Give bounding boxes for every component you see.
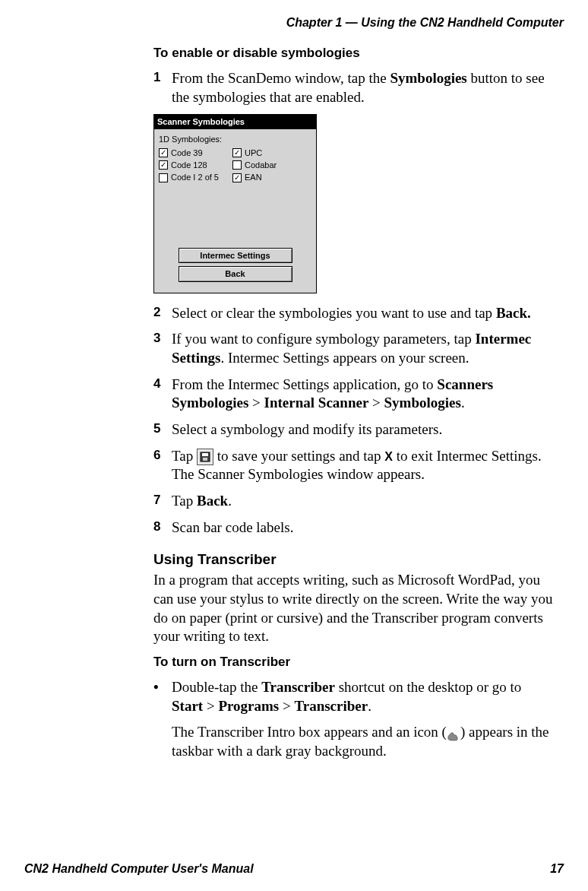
step-number: 6 [153, 447, 172, 484]
bold-back: Back. [496, 305, 531, 321]
step-number: 8 [153, 518, 172, 537]
text: Double-tap the [172, 679, 261, 695]
text: From the Intermec Settings application, … [172, 376, 437, 392]
svg-rect-2 [203, 458, 207, 461]
footer-title: CN2 Handheld Computer User's Manual [24, 861, 254, 877]
followup-paragraph: The Transcriber Intro box appears and an… [172, 723, 556, 760]
step-3: 3 If you want to configure symbology par… [153, 330, 556, 367]
step-8: 8 Scan bar code labels. [153, 518, 556, 537]
save-icon [197, 449, 213, 465]
text: to save your settings and tap [213, 448, 384, 464]
bold: Internal Scanner [264, 395, 369, 411]
step-number: 5 [153, 420, 172, 439]
text: > [248, 395, 264, 411]
checkbox-label: Code I 2 of 5 [171, 172, 219, 182]
text: The Transcriber Intro box appears and an… [172, 724, 447, 740]
bold: Start [172, 698, 203, 714]
checkbox-label: Code 39 [171, 147, 203, 158]
section-label: 1D Symbologies: [159, 134, 311, 144]
content-area: To enable or disable symbologies 1 From … [153, 45, 556, 761]
checkbox-code-128[interactable]: ✓Code 128 [159, 160, 219, 170]
text: . [228, 493, 232, 509]
step-body: Scan bar code labels. [172, 518, 556, 537]
checkbox-code-39[interactable]: ✓Code 39 [159, 147, 219, 158]
text: If you want to configure symbology param… [172, 331, 475, 347]
heading-enable-symbologies: To enable or disable symbologies [153, 45, 556, 62]
step-4: 4 From the Intermec Settings application… [153, 376, 556, 413]
bold: Symbologies [384, 395, 461, 411]
bullet-mark: • [153, 678, 172, 715]
bold-back: Back [197, 493, 228, 509]
step-1: 1 From the ScanDemo window, tap the Symb… [153, 69, 556, 106]
step-body: From the ScanDemo window, tap the Symbol… [172, 69, 556, 106]
text: Select or clear the symbologies you want… [172, 305, 496, 321]
step-2: 2 Select or clear the symbologies you wa… [153, 304, 556, 323]
step-body: Select or clear the symbologies you want… [172, 304, 556, 323]
svg-rect-1 [202, 453, 208, 456]
step-number: 1 [153, 69, 172, 106]
checkbox-codabar[interactable]: Codabar [232, 160, 277, 170]
running-head: Chapter 1 — Using the CN2 Handheld Compu… [24, 15, 564, 31]
bold: Transcriber [294, 698, 368, 714]
step-number: 3 [153, 330, 172, 367]
close-x-icon: X [384, 450, 393, 463]
checkbox-code-i2of5[interactable]: Code I 2 of 5 [159, 172, 219, 182]
step-number: 7 [153, 492, 172, 511]
text: Tap [172, 448, 197, 464]
checkbox-ean[interactable]: ✓EAN [232, 172, 277, 182]
step-body: Tap Back. [172, 492, 556, 511]
transcriber-hand-icon [447, 728, 460, 739]
step-number: 4 [153, 376, 172, 413]
screenshot-scanner-symbologies: Scanner Symbologies 1D Symbologies: ✓Cod… [153, 114, 317, 293]
bullet-item: • Double-tap the Transcriber shortcut on… [153, 678, 556, 715]
back-button[interactable]: Back [179, 266, 292, 281]
bold-symbologies: Symbologies [390, 70, 466, 86]
step-5: 5 Select a symbology and modify its para… [153, 420, 556, 439]
text: Tap [172, 493, 197, 509]
text: > [368, 395, 384, 411]
checkbox-label: UPC [245, 147, 262, 158]
text: . Intermec Settings appears on your scre… [220, 350, 469, 366]
text: shortcut on the desktop or go to [335, 679, 521, 695]
step-body: Tap to save your settings and tap X to e… [172, 447, 556, 484]
text: > [203, 698, 218, 714]
text: . [461, 395, 465, 411]
paragraph: In a program that accepts writing, such … [153, 571, 556, 646]
page-number: 17 [550, 861, 564, 877]
text: > [279, 698, 294, 714]
window-title: Scanner Symbologies [154, 115, 316, 128]
page-footer: CN2 Handheld Computer User's Manual 17 [24, 861, 564, 877]
bold: Transcriber [261, 679, 335, 695]
bold: Programs [218, 698, 279, 714]
checkbox-label: Code 128 [171, 160, 207, 170]
checkbox-label: EAN [245, 172, 262, 182]
step-body: If you want to configure symbology param… [172, 330, 556, 367]
text: From the ScanDemo window, tap the [172, 70, 390, 86]
checkbox-upc[interactable]: ✓UPC [232, 147, 277, 158]
step-6: 6 Tap to save your settings and tap X to… [153, 447, 556, 484]
heading-turn-on-transcriber: To turn on Transcriber [153, 654, 556, 671]
step-number: 2 [153, 304, 172, 323]
step-7: 7 Tap Back. [153, 492, 556, 511]
checkbox-label: Codabar [245, 160, 277, 170]
step-body: From the Intermec Settings application, … [172, 376, 556, 413]
bullet-body: Double-tap the Transcriber shortcut on t… [172, 678, 556, 715]
heading-using-transcriber: Using Transcriber [153, 550, 556, 569]
intermec-settings-button[interactable]: Intermec Settings [179, 248, 292, 263]
step-body: Select a symbology and modify its parame… [172, 420, 556, 439]
text: . [368, 698, 371, 714]
